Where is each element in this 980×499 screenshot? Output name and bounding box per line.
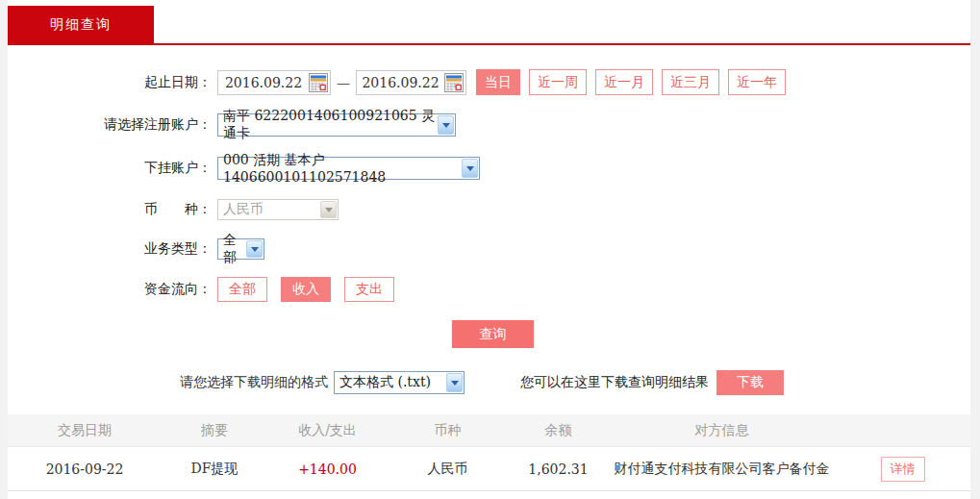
header-income-expense: 收入/支出 xyxy=(267,422,388,439)
download-format-label: 请您选择下载明细的格式 xyxy=(180,374,328,391)
range-last-year-button[interactable]: 近一年 xyxy=(728,69,786,95)
cell-actions: 详情 xyxy=(835,457,970,482)
register-account-value: 南平 6222001406100921065 灵通卡 xyxy=(223,108,436,142)
download-button[interactable]: 下载 xyxy=(716,370,784,395)
download-format-value: 文本格式 (.txt) xyxy=(339,374,431,391)
cell-currency: 人民币 xyxy=(388,461,508,478)
detail-button[interactable]: 详情 xyxy=(881,457,925,482)
header-trade-date: 交易日期 xyxy=(8,422,162,439)
flow-income-button[interactable]: 收入 xyxy=(281,277,331,302)
results-table: 交易日期 摘要 收入/支出 币种 余额 对方信息 2016-09-22 DF提现… xyxy=(8,414,970,491)
start-date-value: 2016.09.22 xyxy=(218,75,309,90)
chevron-down-icon xyxy=(446,373,463,392)
cell-counterparty: 财付通支付科技有限公司客户备付金 xyxy=(609,461,835,478)
header-balance: 余额 xyxy=(508,422,609,439)
header-summary: 摘要 xyxy=(162,422,267,439)
currency-select: 人民币 xyxy=(217,199,339,220)
date-separator: — xyxy=(337,75,350,90)
range-last-week-button[interactable]: 近一周 xyxy=(529,69,587,95)
header-currency: 币种 xyxy=(388,422,508,439)
tab-bar: 明细查询 xyxy=(8,0,970,45)
sub-account-label: 下挂账户： xyxy=(8,160,212,177)
tab-detail-query[interactable]: 明细查询 xyxy=(8,6,154,43)
fund-flow-row: 资金流向： 全部 收入 支出 xyxy=(8,277,970,302)
business-type-value: 全部 xyxy=(223,232,246,266)
content-panel: 明细查询 起止日期： 2016.09.22 xyxy=(8,0,970,499)
chevron-down-icon xyxy=(462,159,478,178)
sub-account-select[interactable]: 000 活期 基本户 1406600101102571848 xyxy=(217,157,480,180)
register-account-label: 请选择注册账户： xyxy=(8,116,212,134)
date-range-row: 起止日期： 2016.09.22 — xyxy=(8,69,970,95)
header-counterparty: 对方信息 xyxy=(609,422,835,439)
calendar-icon[interactable] xyxy=(444,73,464,92)
cell-summary: DF提现 xyxy=(162,461,267,478)
date-range-label: 起止日期： xyxy=(8,74,212,91)
chevron-down-icon xyxy=(438,115,454,135)
currency-row: 币 种： 人民币 xyxy=(8,199,970,220)
currency-value: 人民币 xyxy=(223,201,264,218)
sub-account-row: 下挂账户： 000 活期 基本户 1406600101102571848 xyxy=(8,157,970,180)
cell-amount: +140.00 xyxy=(267,462,388,477)
query-button-row: 查询 xyxy=(8,320,970,348)
sub-account-value: 000 活期 基本户 1406600101102571848 xyxy=(223,152,460,185)
range-last-3-months-button[interactable]: 近三月 xyxy=(662,69,719,95)
chevron-down-icon xyxy=(320,201,337,218)
range-last-month-button[interactable]: 近一月 xyxy=(595,69,653,95)
fund-flow-label: 资金流向： xyxy=(8,281,212,298)
table-row: 2016-09-22 DF提现 +140.00 人民币 1,602.31 财付通… xyxy=(8,447,970,491)
flow-expense-button[interactable]: 支出 xyxy=(344,277,394,302)
business-type-select[interactable]: 全部 xyxy=(217,238,264,260)
range-today-button[interactable]: 当日 xyxy=(476,69,520,95)
detail-query-page: 明细查询 起止日期： 2016.09.22 xyxy=(0,0,980,499)
register-account-row: 请选择注册账户： 南平 6222001406100921065 灵通卡 xyxy=(8,113,970,137)
flow-all-button[interactable]: 全部 xyxy=(217,277,267,302)
download-format-select[interactable]: 文本格式 (.txt) xyxy=(334,371,465,394)
end-date-value: 2016.09.22 xyxy=(357,75,444,90)
chevron-down-icon xyxy=(246,240,263,258)
download-hint: 您可以在这里下载查询明细结果 xyxy=(520,374,709,391)
query-button[interactable]: 查询 xyxy=(452,320,534,348)
query-form: 起止日期： 2016.09.22 — xyxy=(8,45,970,348)
calendar-icon[interactable] xyxy=(309,73,328,92)
cell-balance: 1,602.31 xyxy=(508,462,609,477)
end-date-input[interactable]: 2016.09.22 xyxy=(356,70,466,95)
business-type-label: 业务类型： xyxy=(8,240,212,258)
start-date-input[interactable]: 2016.09.22 xyxy=(217,70,331,95)
business-type-row: 业务类型： 全部 xyxy=(8,238,970,260)
register-account-select[interactable]: 南平 6222001406100921065 灵通卡 xyxy=(217,113,456,137)
currency-label: 币 种： xyxy=(8,201,212,218)
cell-trade-date: 2016-09-22 xyxy=(8,462,162,477)
table-header: 交易日期 摘要 收入/支出 币种 余额 对方信息 xyxy=(8,414,970,447)
download-row: 请您选择下载明细的格式 文本格式 (.txt) 您可以在这里下载查询明细结果 下… xyxy=(180,370,970,395)
